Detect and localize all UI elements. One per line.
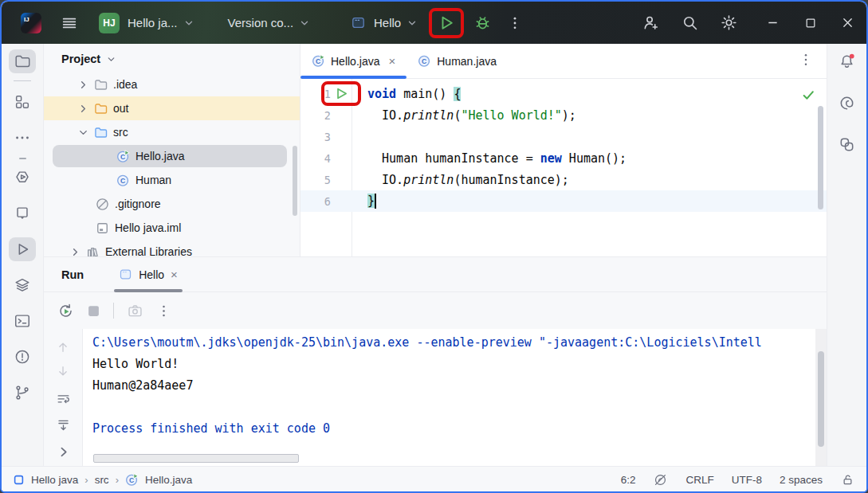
run-panel-title: Run [44,257,84,291]
tree-chevron-down-icon[interactable] [74,127,92,139]
indent-widget[interactable]: 2 spaces [780,474,823,486]
project-panel-header[interactable]: Project [44,44,300,74]
code-text: IO.println("Hello World!"); [352,108,576,123]
tree-chevron-right-icon[interactable] [74,103,92,115]
tree-row[interactable]: CHello.java [44,144,300,168]
breadcrumb-file[interactable]: Hello.java [145,474,192,486]
line-ending-widget[interactable]: CRLF [685,474,713,486]
layers-toolwindow-button[interactable] [9,273,36,297]
code-line[interactable]: 5 IO.println(humanInstance); [300,169,827,190]
more-actions-button[interactable] [507,15,523,31]
line-col-widget[interactable]: 6:2 [621,474,636,486]
search-button[interactable] [681,14,699,32]
tree-row[interactable]: CHuman [44,168,300,192]
scroll-to-end-button[interactable] [56,417,71,432]
run-config-name: Hello [374,16,401,29]
code-line[interactable]: 1void main() { [300,83,827,104]
run-button[interactable] [437,14,456,33]
console-hscrollbar[interactable] [93,454,299,463]
console-output[interactable]: C:\Users\moutm\.jdks\openjdk-25\bin\java… [83,329,827,466]
more-toolwindows-button[interactable] [9,126,36,150]
minimize-button[interactable] [754,2,791,44]
titlebar-right-group [642,2,866,44]
code-line[interactable]: 3 [300,126,827,147]
ai-status-button[interactable] [653,472,668,487]
tab-human-java[interactable]: C Human.java [407,44,508,78]
debug-button[interactable] [473,14,492,32]
tree-row-background [53,193,287,215]
close-button[interactable] [829,2,866,44]
rerun-button[interactable] [57,303,74,319]
project-toolwindow-button[interactable] [9,49,36,73]
gutter-run-button[interactable] [331,87,352,100]
play-icon [14,241,31,258]
console-scrollbar-thumb[interactable] [818,351,824,447]
text-cursor [375,194,376,209]
add-user-button[interactable] [642,14,660,32]
problems-toolwindow-button[interactable] [9,345,36,369]
tree-chevron-right-icon[interactable] [66,246,84,257]
structure-toolwindow-button[interactable] [9,90,36,114]
editor-options-button[interactable] [798,52,814,68]
main-menu-button[interactable] [61,14,78,32]
project-avatar[interactable]: HJ [99,13,120,33]
run-more-options-button[interactable] [156,303,171,319]
tab-hello-java[interactable]: C Hello.java × [300,44,407,78]
console-scrollbar-track[interactable] [815,329,827,466]
encoding-widget[interactable]: UTF-8 [732,474,762,486]
next-occurrence-button[interactable] [56,364,70,378]
breadcrumb-project[interactable]: Hello java [31,474,78,486]
kebab-icon [156,303,171,319]
notifications-button[interactable] [834,49,861,73]
titlebar-left-group: IJ HJ Hello ja... Version co... [2,13,310,33]
code-line[interactable]: 4 Human humanInstance = new Human(); [300,147,827,169]
stripe-handle [19,158,26,159]
close-tab-icon[interactable]: × [388,54,395,68]
tree-row[interactable]: .idea [44,72,300,96]
ellipsis-icon [14,129,31,147]
code-line[interactable]: 2 IO.println("Hello World!"); [300,104,827,126]
prev-occurrence-button[interactable] [56,340,70,354]
soft-wrap-button[interactable] [56,391,71,406]
services-toolwindow-button[interactable] [9,166,36,190]
tree-label: External Libraries [105,245,192,256]
ai-status-icon [653,472,668,487]
status-bar: Hello java › src › C Hello.java 6:2 CRLF… [2,466,866,493]
maximize-button[interactable] [791,2,829,44]
left-toolwindow-stripe [2,44,44,466]
editor-scrollbar[interactable] [818,106,823,209]
tree-row[interactable]: .gitignore [44,192,300,216]
vcs-widget[interactable]: Version co... [228,16,311,29]
expand-console-button[interactable] [57,445,70,459]
run-toolwindow-button[interactable] [9,237,36,261]
project-tree-scrollbar[interactable] [293,146,297,216]
run-configuration-selector[interactable]: Hello [351,15,418,30]
bookmarks-toolwindow-button[interactable] [9,202,36,225]
project-tree: .ideaoutsrcCHello.javaCHuman.gitignoreHe… [44,72,300,256]
code-line[interactable]: 6} [300,190,827,212]
tree-row[interactable]: src [44,120,300,144]
run-tab-hello[interactable]: Hello × [114,257,183,291]
terminal-toolwindow-button[interactable] [9,309,36,333]
version-control-toolwindow-button[interactable] [9,381,36,405]
chevron-right-icon: › [84,474,88,486]
readonly-toggle[interactable] [840,472,855,487]
close-run-tab-icon[interactable]: × [171,268,178,281]
tree-row[interactable]: out [44,96,300,120]
settings-button[interactable] [720,14,738,32]
ai-assistant-button[interactable] [834,91,861,115]
plugin-button[interactable] [834,132,861,156]
title-bar: IJ HJ Hello ja... Version co... Hello [2,2,866,44]
tree-chevron-right-icon[interactable] [74,79,92,91]
breadcrumb-src[interactable]: src [95,474,109,486]
run-panel-header: Run Hello × [44,257,827,292]
inspections-ok-icon[interactable] [802,88,815,102]
project-name[interactable]: Hello ja... [128,16,178,29]
tree-row[interactable]: Hello java.iml [44,216,300,240]
stop-button[interactable] [87,304,100,318]
tree-row[interactable]: External Libraries [44,240,300,256]
search-icon [681,14,699,32]
code-editor-area[interactable]: 1void main() {2 IO.println("Hello World!… [300,79,827,256]
screenshot-button[interactable] [127,303,143,319]
chevron-down-icon [407,18,418,29]
